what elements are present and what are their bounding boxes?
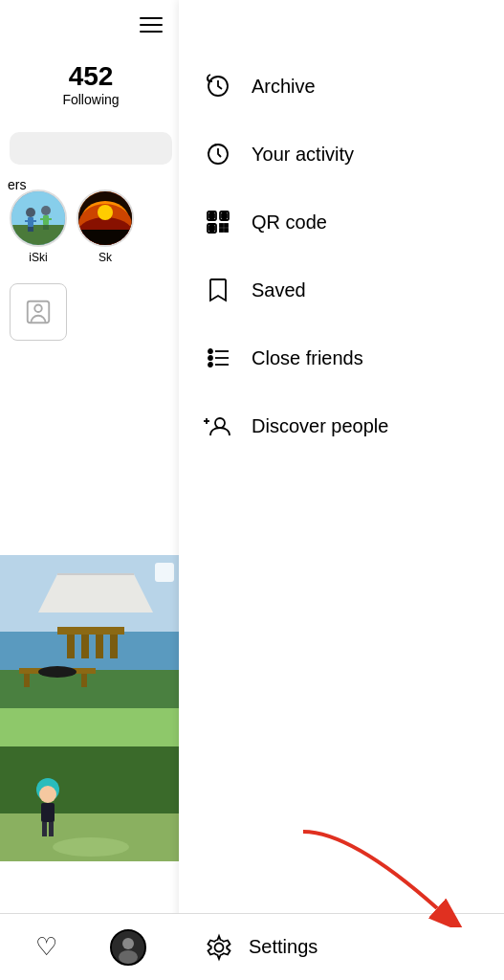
- qr-icon: [202, 206, 234, 238]
- close-friends-icon: ★ ★ ★: [202, 342, 234, 374]
- menu-item-close-friends[interactable]: ★ ★ ★ Close friends: [179, 324, 504, 392]
- settings-label[interactable]: Settings: [249, 936, 318, 958]
- story-label-sk: Sk: [99, 251, 112, 264]
- svg-rect-25: [0, 632, 182, 670]
- photo-grid: [0, 555, 182, 861]
- svg-rect-43: [42, 822, 47, 836]
- stories-row: iSki Sk: [0, 180, 182, 274]
- svg-point-72: [119, 950, 138, 964]
- story-avatar-iski: [10, 189, 67, 247]
- story-label-iski: iSki: [29, 251, 47, 264]
- svg-rect-44: [49, 822, 54, 836]
- saved-label: Saved: [252, 279, 306, 301]
- discover-label: Discover people: [252, 415, 388, 437]
- photo-1[interactable]: [0, 555, 182, 708]
- svg-rect-12: [43, 225, 46, 230]
- svg-rect-4: [25, 220, 30, 222]
- svg-rect-6: [28, 227, 31, 232]
- search-bar[interactable]: [10, 132, 172, 165]
- settings-gear-icon[interactable]: [205, 933, 233, 962]
- svg-rect-30: [110, 635, 118, 658]
- add-story-button[interactable]: [10, 283, 67, 341]
- iski-photo: [11, 191, 65, 245]
- menu-item-archive[interactable]: Archive: [179, 53, 504, 121]
- menu-item-discover[interactable]: Discover people: [179, 392, 504, 460]
- svg-point-41: [39, 786, 56, 803]
- menu-item-qrcode[interactable]: QR code: [179, 189, 504, 256]
- svg-point-35: [38, 666, 77, 678]
- svg-rect-33: [24, 674, 30, 687]
- person-icon: [24, 298, 53, 326]
- story-item-iski[interactable]: iSki: [10, 189, 67, 264]
- person-outdoors-scene: [0, 708, 182, 861]
- followers-partial-label: ers: [8, 177, 26, 192]
- svg-rect-53: [220, 224, 223, 227]
- activity-label: Your activity: [252, 144, 354, 166]
- archive-label: Archive: [252, 76, 316, 98]
- bookmark-icon: [202, 274, 234, 306]
- hamburger-button[interactable]: [140, 17, 163, 33]
- following-label: Following: [10, 92, 172, 107]
- svg-point-2: [26, 208, 35, 217]
- svg-point-8: [41, 206, 51, 215]
- svg-rect-50: [222, 213, 227, 218]
- svg-rect-11: [47, 218, 52, 220]
- svg-rect-42: [41, 803, 55, 822]
- svg-point-21: [34, 305, 42, 313]
- svg-rect-1: [11, 225, 65, 245]
- svg-rect-19: [78, 230, 132, 245]
- qrcode-label: QR code: [252, 212, 327, 234]
- archive-icon: [202, 70, 234, 102]
- story-avatar-sk: [77, 189, 134, 247]
- dropdown-menu: Archive Your activity: [179, 0, 504, 980]
- svg-rect-13: [46, 225, 49, 230]
- svg-point-71: [122, 938, 134, 949]
- svg-point-73: [215, 943, 224, 951]
- bottom-bar: ♡ Settings: [0, 913, 504, 980]
- svg-point-66: [215, 418, 225, 428]
- svg-marker-23: [38, 574, 153, 612]
- menu-item-activity[interactable]: Your activity: [179, 121, 504, 189]
- close-friends-label: Close friends: [252, 347, 363, 369]
- activity-icon: [202, 138, 234, 170]
- svg-rect-37: [0, 746, 182, 823]
- menu-list: Archive Your activity: [179, 0, 504, 460]
- svg-rect-56: [225, 229, 228, 232]
- hamburger-area: [0, 0, 182, 42]
- svg-rect-29: [96, 635, 103, 658]
- svg-rect-52: [209, 226, 214, 231]
- profile-panel: 452 Following ers: [0, 0, 182, 980]
- svg-rect-34: [81, 674, 87, 687]
- svg-rect-26: [57, 627, 124, 635]
- following-section: 452 Following: [0, 42, 182, 117]
- svg-rect-54: [225, 224, 228, 227]
- sk-photo: [78, 191, 132, 245]
- bottom-right-settings: Settings: [182, 933, 504, 962]
- photo-placeholder-person: [0, 708, 182, 861]
- photo-placeholder-dock: [0, 555, 182, 708]
- menu-item-saved[interactable]: Saved: [179, 256, 504, 324]
- story-item-sk[interactable]: Sk: [77, 189, 134, 264]
- svg-point-39: [53, 837, 129, 857]
- svg-point-18: [98, 205, 113, 220]
- profile-avatar: [112, 931, 144, 964]
- profile-button[interactable]: [110, 929, 146, 966]
- svg-rect-28: [81, 635, 89, 658]
- svg-rect-27: [67, 635, 75, 658]
- svg-rect-48: [209, 213, 214, 218]
- multi-photo-icon: [155, 563, 174, 582]
- photo-2[interactable]: [0, 708, 182, 861]
- svg-rect-55: [220, 229, 223, 232]
- following-count: 452: [10, 61, 172, 92]
- heart-icon[interactable]: ♡: [35, 932, 57, 962]
- svg-rect-7: [31, 227, 33, 232]
- svg-rect-5: [32, 220, 36, 222]
- svg-rect-10: [40, 218, 45, 220]
- bottom-left-actions: ♡: [0, 929, 182, 966]
- discover-icon: [202, 410, 234, 442]
